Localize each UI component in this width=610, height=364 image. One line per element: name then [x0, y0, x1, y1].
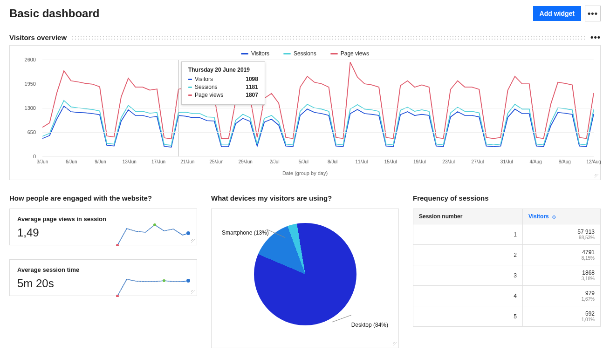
x-axis: 3/Jun6/Jun9/Jun13/Jun17/Jun21/Jun25/Jun2… — [42, 159, 594, 167]
table-row[interactable]: 49791,67% — [413, 286, 601, 306]
devices-title: What devices my visitors are using? — [211, 194, 399, 202]
frequency-title: Frequency of sessions — [413, 194, 601, 202]
table-row[interactable]: 157 91398,53% — [413, 224, 601, 245]
svg-point-2 — [186, 231, 190, 235]
devices-pie-card: Smartphone (13%) Desktop (84%) — [211, 209, 399, 348]
x-axis-label: Date (group by day) — [282, 170, 328, 176]
svg-point-4 — [163, 279, 165, 282]
more-horizontal-icon: ••• — [588, 9, 598, 19]
overview-widget-header: Visitors overview ••• — [9, 33, 601, 42]
table-row[interactable]: 55921,01% — [413, 306, 601, 327]
cell-session-number: 1 — [413, 224, 523, 245]
legend-sessions[interactable]: Sessions — [283, 50, 316, 57]
overview-more-button[interactable]: ••• — [590, 33, 601, 42]
cell-visitors: 57 91398,53% — [522, 224, 600, 245]
chart-plot-area[interactable]: Thursday 20 June 2019 Visitors1098Sessio… — [42, 60, 594, 156]
col-session-number[interactable]: Session number — [413, 209, 523, 224]
engagement-title: How people are engaged with the website? — [9, 194, 197, 202]
table-header-row: Session number Visitors ◇ — [413, 209, 601, 224]
frequency-table: Session number Visitors ◇ 157 91398,53%2… — [413, 209, 601, 327]
cell-session-number: 5 — [413, 306, 523, 327]
devices-column: What devices my visitors are using? Smar… — [211, 194, 399, 348]
add-widget-button[interactable]: Add widget — [533, 6, 581, 21]
col-visitors[interactable]: Visitors ◇ — [522, 209, 600, 224]
sparkline-chart — [116, 274, 190, 297]
cell-visitors: 5921,01% — [522, 306, 600, 327]
kpi-avg-pageviews: Average page views in session 1,49 — [9, 209, 197, 245]
more-horizontal-icon: ••• — [590, 33, 601, 42]
legend-visitors[interactable]: Visitors — [241, 50, 269, 57]
table-row[interactable]: 318683,18% — [413, 265, 601, 286]
kpi-label: Average page views in session — [17, 216, 189, 222]
pie-label-smartphone: Smartphone (13%) — [222, 229, 269, 236]
chart-tooltip: Thursday 20 June 2019 Visitors1098Sessio… — [181, 61, 265, 105]
svg-point-5 — [186, 279, 190, 283]
page-header: Basic dashboard Add widget ••• — [9, 6, 601, 21]
legend-page-views[interactable]: Page views — [330, 50, 369, 57]
tooltip-title: Thursday 20 June 2019 — [188, 67, 258, 73]
chart-legend: Visitors Sessions Page views — [16, 50, 594, 57]
page-title: Basic dashboard — [9, 7, 99, 20]
drag-strip[interactable] — [71, 35, 586, 40]
sparkline-chart — [116, 223, 190, 246]
resize-handle-icon[interactable] — [191, 290, 196, 295]
kpi-avg-session-time: Average session time 5m 20s — [9, 259, 197, 296]
cell-session-number: 2 — [413, 245, 523, 265]
resize-handle-icon[interactable] — [393, 342, 398, 347]
kpi-label: Average session time — [17, 266, 189, 273]
overview-title: Visitors overview — [9, 34, 67, 41]
more-menu-button[interactable]: ••• — [585, 6, 601, 21]
cell-session-number: 4 — [413, 286, 523, 306]
resize-handle-icon[interactable] — [595, 174, 599, 179]
pie-chart[interactable] — [254, 223, 356, 325]
frequency-column: Frequency of sessions Session number Vis… — [413, 194, 601, 327]
overview-chart-card: Visitors Sessions Page views 06501300195… — [9, 45, 601, 180]
cell-visitors: 18683,18% — [522, 265, 600, 286]
y-axis: 0650130019502600 — [10, 60, 38, 156]
cell-visitors: 47918,15% — [522, 245, 600, 265]
header-actions: Add widget ••• — [533, 6, 601, 21]
svg-point-1 — [153, 223, 156, 226]
overview-widget: Visitors overview ••• Visitors Sessions … — [9, 33, 601, 180]
sort-icon: ◇ — [552, 214, 556, 219]
cell-session-number: 3 — [413, 265, 523, 286]
engagement-column: How people are engaged with the website?… — [9, 194, 197, 310]
resize-handle-icon[interactable] — [191, 239, 196, 244]
table-row[interactable]: 247918,15% — [413, 245, 601, 265]
pie-label-desktop: Desktop (84%) — [351, 322, 388, 328]
cell-visitors: 9791,67% — [522, 286, 600, 306]
